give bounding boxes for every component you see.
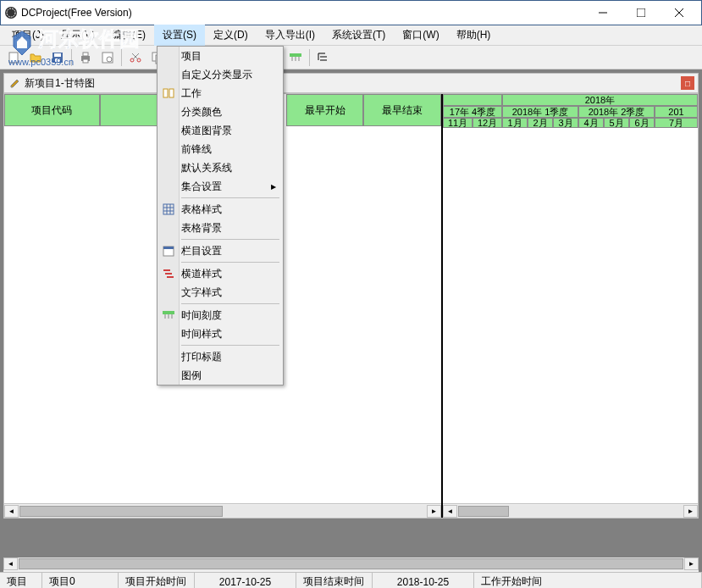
- column-header-early-finish[interactable]: 最早结束: [363, 94, 441, 126]
- menu-item-collection-settings[interactable]: 集合设置: [158, 177, 283, 196]
- new-file-button[interactable]: [3, 47, 24, 68]
- timeline-button[interactable]: [285, 47, 306, 68]
- scroll-left-button[interactable]: ◄: [4, 505, 19, 518]
- document-title: 新项目1-甘特图: [25, 76, 95, 91]
- main-horizontal-scrollbar[interactable]: ◄ ►: [3, 557, 699, 572]
- timeline-month: 12月: [473, 118, 502, 128]
- menu-item-project[interactable]: 项目: [158, 47, 283, 65]
- menu-help[interactable]: 帮助(H): [448, 25, 500, 46]
- menu-window[interactable]: 窗口(W): [394, 25, 447, 46]
- svg-rect-54: [163, 311, 174, 314]
- menu-import-export[interactable]: 导入导出(I): [257, 25, 323, 46]
- bottom-panel: [3, 522, 699, 554]
- minimize-button[interactable]: [583, 1, 622, 25]
- toolbar: [0, 46, 702, 69]
- menu-item-work[interactable]: 工作: [158, 84, 283, 103]
- menu-view[interactable]: 显示(V): [53, 25, 103, 46]
- status-end-label: 项目结束时间: [296, 573, 373, 588]
- timeline-q2-2018: 2018年 2季度: [578, 106, 655, 118]
- menu-item-table-background[interactable]: 表格背景: [158, 219, 283, 237]
- menu-item-timescale[interactable]: 时间刻度: [158, 306, 283, 325]
- menu-item-gantt-background[interactable]: 横道图背景: [158, 121, 283, 140]
- scroll-thumb[interactable]: [458, 506, 509, 517]
- status-end-value: 2018-10-25: [373, 573, 474, 588]
- calendar-icon: [161, 243, 176, 258]
- timeline-month: 6月: [629, 118, 655, 128]
- menu-item-time-style[interactable]: 时间样式: [158, 325, 283, 343]
- menu-item-frontline[interactable]: 前锋线: [158, 140, 283, 158]
- menu-item-bar-style[interactable]: 横道样式: [158, 264, 283, 283]
- menu-settings[interactable]: 设置(S): [154, 25, 205, 46]
- menu-separator: [181, 262, 279, 263]
- svg-rect-53: [167, 276, 174, 278]
- svg-rect-52: [165, 273, 172, 275]
- toolbar-separator: [121, 49, 122, 66]
- toolbar-separator: [71, 49, 72, 66]
- menu-system-settings[interactable]: 系统设置(T): [323, 25, 394, 46]
- svg-rect-51: [163, 269, 170, 271]
- main-content: 项目代码 最早开始 最早结束 ◄ ► 2018年 17年 4季度 2018年 1…: [3, 93, 699, 519]
- gantt-horizontal-scrollbar[interactable]: ◄ ►: [443, 503, 698, 518]
- window-titlebar: DCProject(Free Version): [0, 0, 702, 25]
- print-preview-button[interactable]: [97, 47, 118, 68]
- menu-item-table-style[interactable]: 表格样式: [158, 200, 283, 219]
- close-button[interactable]: [660, 1, 698, 25]
- column-header-code[interactable]: 项目代码: [4, 94, 100, 126]
- hierarchy-button[interactable]: [313, 47, 334, 68]
- menu-separator: [181, 345, 279, 346]
- menu-item-print-title[interactable]: 打印标题: [158, 347, 283, 366]
- status-start-value: 2017-10-25: [195, 573, 296, 588]
- menu-separator: [181, 303, 279, 304]
- menu-item-legend[interactable]: 图例: [158, 366, 283, 385]
- timeline-year-2018: 2018年: [502, 94, 698, 106]
- scroll-left-button[interactable]: ◄: [443, 505, 457, 518]
- svg-rect-11: [83, 53, 88, 56]
- timeline-month: 5月: [604, 118, 629, 128]
- column-header-early-start[interactable]: 最早开始: [286, 94, 364, 126]
- menu-item-text-style[interactable]: 文字样式: [158, 283, 283, 302]
- menu-item-column-settings[interactable]: 栏目设置: [158, 241, 283, 260]
- open-file-button[interactable]: [25, 47, 46, 68]
- menu-project[interactable]: 项目(J): [3, 25, 53, 46]
- edit-icon: [9, 77, 21, 89]
- document-titlebar: 新项目1-甘特图 □: [3, 73, 699, 93]
- table-horizontal-scrollbar[interactable]: ◄ ►: [4, 503, 441, 518]
- svg-rect-6: [9, 53, 18, 63]
- menu-edit[interactable]: 编辑(E): [103, 25, 154, 46]
- status-project-label: 项目: [0, 573, 42, 588]
- timeline-month: 4月: [578, 118, 604, 128]
- menu-item-category-color[interactable]: 分类颜色: [158, 103, 283, 121]
- scroll-right-button[interactable]: ►: [683, 505, 698, 518]
- print-button[interactable]: [75, 47, 96, 68]
- svg-rect-44: [163, 204, 174, 214]
- timeline-header: 2018年 17年 4季度 2018年 1季度 2018年 2季度 201 11…: [443, 94, 698, 128]
- maximize-button[interactable]: [622, 1, 660, 25]
- timeline-month: 3月: [553, 118, 578, 128]
- window-title: DCProject(Free Version): [21, 7, 583, 19]
- menu-item-default-relation-line[interactable]: 默认关系线: [158, 158, 283, 177]
- svg-rect-43: [169, 89, 174, 97]
- cut-button[interactable]: [125, 47, 146, 68]
- timeline-q4-2017: 17年 4季度: [443, 106, 502, 118]
- scroll-left-button[interactable]: ◄: [3, 557, 18, 570]
- scroll-thumb[interactable]: [19, 558, 683, 569]
- menu-item-custom-category-display[interactable]: 自定义分类显示: [158, 65, 283, 84]
- status-project-value: 项目0: [42, 573, 119, 588]
- scroll-thumb[interactable]: [19, 506, 223, 517]
- menu-separator: [181, 197, 279, 198]
- timeline-month: 7月: [655, 118, 698, 128]
- status-work-start-label: 工作开始时间: [474, 573, 702, 588]
- gantt-chart-area[interactable]: [443, 128, 698, 503]
- scroll-right-button[interactable]: ►: [427, 505, 441, 518]
- document-maximize-button[interactable]: □: [681, 76, 694, 90]
- statusbar: 项目 项目0 项目开始时间 2017-10-25 项目结束时间 2018-10-…: [0, 572, 702, 588]
- save-button[interactable]: [47, 47, 68, 68]
- svg-rect-9: [55, 58, 60, 62]
- column-header-blank[interactable]: [100, 94, 163, 126]
- scroll-right-button[interactable]: ►: [684, 557, 699, 570]
- timeline-month: 11月: [443, 118, 473, 128]
- menu-define[interactable]: 定义(D): [205, 25, 257, 46]
- grid-icon: [161, 202, 176, 217]
- svg-rect-34: [290, 53, 301, 57]
- bars-icon: [161, 266, 176, 281]
